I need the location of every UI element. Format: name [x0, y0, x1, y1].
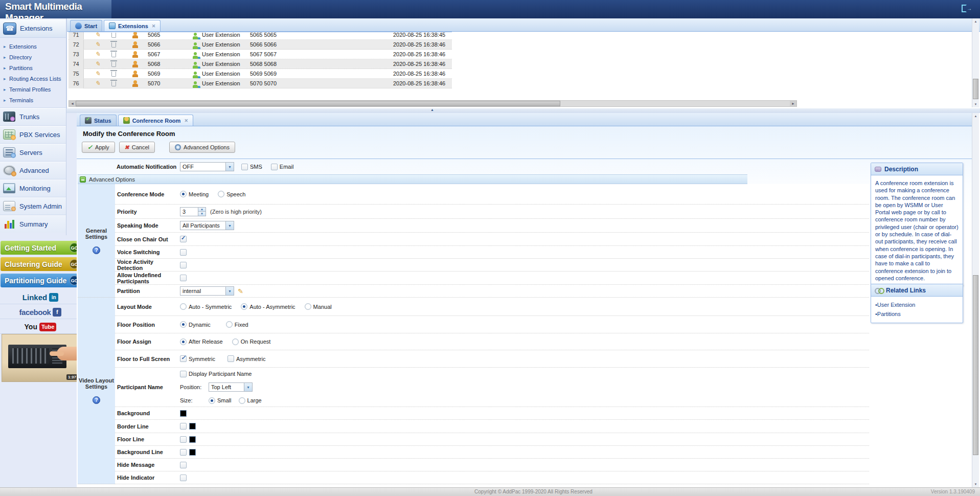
user-edit-icon[interactable] [132, 79, 139, 88]
collapse-arrow-icon[interactable] [430, 108, 434, 111]
table-row[interactable]: 76 5070 User Extension 5070 5070 2020-08… [69, 79, 452, 88]
tab-extensions[interactable]: Extensions [104, 20, 161, 31]
top-vertical-scrollbar[interactable] [972, 18, 979, 107]
voice-activity-detection-checkbox[interactable] [180, 262, 187, 268]
table-row[interactable]: 73 5067 User Extension 5067 5067 2020-08… [69, 50, 452, 59]
help-icon[interactable] [93, 246, 100, 254]
speaking-mode-select[interactable]: All Participants [180, 221, 234, 230]
user-edit-icon[interactable] [132, 32, 139, 40]
radio-large[interactable]: Large [239, 397, 262, 404]
sidebar-item-directory[interactable]: Directory [0, 52, 66, 62]
edit-icon[interactable] [95, 40, 102, 50]
scroll-down-arrow[interactable] [972, 481, 979, 487]
chevron-down-icon[interactable] [225, 163, 234, 171]
edit-icon[interactable] [95, 69, 102, 79]
table-row[interactable]: 74 5068 User Extension 5068 5068 2020-08… [69, 59, 452, 69]
email-checkbox[interactable]: Email [271, 164, 294, 170]
asymmetric-checkbox[interactable]: Asymmetric [227, 355, 265, 362]
pane-splitter[interactable] [66, 108, 980, 113]
border-line-checkbox[interactable] [180, 423, 187, 430]
scroll-up-arrow[interactable] [972, 18, 979, 25]
delete-icon[interactable] [111, 40, 116, 50]
youtube-link[interactable]: YouTube [0, 320, 81, 334]
scroll-left-arrow[interactable] [69, 101, 76, 106]
radio-manual[interactable]: Manual [305, 303, 332, 310]
scroll-up-arrow[interactable] [972, 113, 979, 119]
close-on-chair-out-checkbox[interactable] [180, 236, 187, 242]
tab-start[interactable]: Start [70, 20, 102, 31]
advanced-options-section-header[interactable]: Advanced Options [78, 174, 747, 184]
sidebar-section-trunks[interactable]: Trunks [0, 107, 66, 125]
radio-on-request[interactable]: On Request [232, 339, 271, 345]
automatic-notification-select[interactable]: OFF [180, 162, 234, 171]
sidebar-root-extensions[interactable]: Extensions [0, 19, 66, 38]
edit-icon[interactable] [95, 50, 102, 59]
apply-button[interactable]: Apply [82, 142, 115, 153]
bottom-vertical-scrollbar[interactable] [972, 113, 979, 487]
help-icon[interactable] [93, 396, 100, 404]
radio-auto-symmetric[interactable]: Auto - Symmetric [180, 303, 232, 310]
sidebar-section-summary[interactable]: Summary [0, 215, 66, 233]
delete-icon[interactable] [111, 79, 116, 88]
radio-small[interactable]: Small [209, 397, 232, 404]
floor-line-color-swatch[interactable] [189, 436, 196, 443]
radio-fixed[interactable]: Fixed [226, 321, 248, 328]
delete-icon[interactable] [111, 59, 116, 69]
chevron-down-icon[interactable] [225, 221, 234, 230]
delete-icon[interactable] [111, 50, 116, 59]
scrollbar-thumb[interactable] [973, 79, 978, 99]
horizontal-scrollbar[interactable] [69, 100, 797, 107]
advanced-options-button[interactable]: Advanced Options [169, 142, 235, 153]
sms-checkbox[interactable]: SMS [241, 164, 262, 170]
logout-icon[interactable] [962, 4, 971, 13]
border-line-color-swatch[interactable] [189, 423, 196, 430]
user-edit-icon[interactable] [132, 69, 139, 79]
radio-speech[interactable]: Speech [218, 191, 245, 197]
radio-auto-asymmetric[interactable]: Auto - Asymmetric [241, 303, 295, 310]
user-edit-icon[interactable] [132, 59, 139, 69]
spin-down-icon[interactable] [198, 211, 206, 216]
background-line-color-swatch[interactable] [189, 449, 196, 456]
edit-icon[interactable] [95, 59, 102, 69]
scrollbar-thumb[interactable] [973, 275, 978, 455]
voice-switching-checkbox[interactable] [180, 249, 187, 256]
priority-stepper[interactable]: 3 [180, 207, 206, 216]
hide-message-checkbox[interactable] [180, 462, 187, 468]
scroll-down-arrow[interactable] [972, 101, 979, 107]
cancel-button[interactable]: Cancel [119, 142, 155, 153]
chevron-down-icon[interactable] [244, 383, 252, 391]
edit-icon[interactable] [95, 79, 102, 88]
sidebar-item-routing-access-lists[interactable]: Routing Access Lists [0, 73, 66, 84]
table-row[interactable]: 72 5066 User Extension 5066 5066 2020-08… [69, 40, 452, 50]
sidebar-section-system-admin[interactable]: System Admin [0, 197, 66, 215]
floor-line-checkbox[interactable] [180, 436, 187, 443]
hide-indicator-checkbox[interactable] [180, 475, 187, 481]
close-icon[interactable] [184, 118, 188, 123]
radio-dynamic[interactable]: Dynamic [180, 321, 211, 328]
tab-status[interactable]: Status [80, 115, 117, 126]
position-select[interactable]: Top Left [209, 382, 253, 392]
table-row[interactable]: 71 5065 User Extension 5065 5065 2020-08… [69, 32, 452, 40]
radio-meeting[interactable]: Meeting [180, 191, 209, 197]
video-thumbnail[interactable]: 1:37 [2, 334, 80, 382]
delete-icon[interactable] [111, 69, 116, 79]
edit-icon[interactable] [95, 32, 102, 40]
clustering-guide-banner[interactable]: Clustering GuideGO [1, 257, 81, 271]
allow-undefined-participants-checkbox[interactable] [180, 275, 187, 281]
user-edit-icon[interactable] [132, 50, 139, 59]
sidebar-item-terminals[interactable]: Terminals [0, 95, 66, 105]
sidebar-item-terminal-profiles[interactable]: Terminal Profiles [0, 84, 66, 95]
sidebar-section-pbx-services[interactable]: PBX Services [0, 125, 66, 143]
chevron-down-icon[interactable] [225, 287, 234, 295]
sidebar-item-extensions[interactable]: Extensions [0, 41, 66, 52]
sidebar-section-servers[interactable]: Servers [0, 143, 66, 161]
table-row[interactable]: 75 5069 User Extension 5069 5069 2020-08… [69, 69, 452, 79]
background-color-swatch[interactable] [180, 410, 187, 417]
symmetric-checkbox[interactable]: Symmetric [180, 355, 215, 362]
close-icon[interactable] [152, 24, 156, 29]
edit-partition-icon[interactable] [238, 287, 243, 295]
background-line-checkbox[interactable] [180, 449, 187, 456]
scrollbar-thumb[interactable] [76, 101, 560, 106]
user-edit-icon[interactable] [132, 40, 139, 50]
display-participant-name-checkbox[interactable]: Display Participant Name [180, 367, 271, 380]
